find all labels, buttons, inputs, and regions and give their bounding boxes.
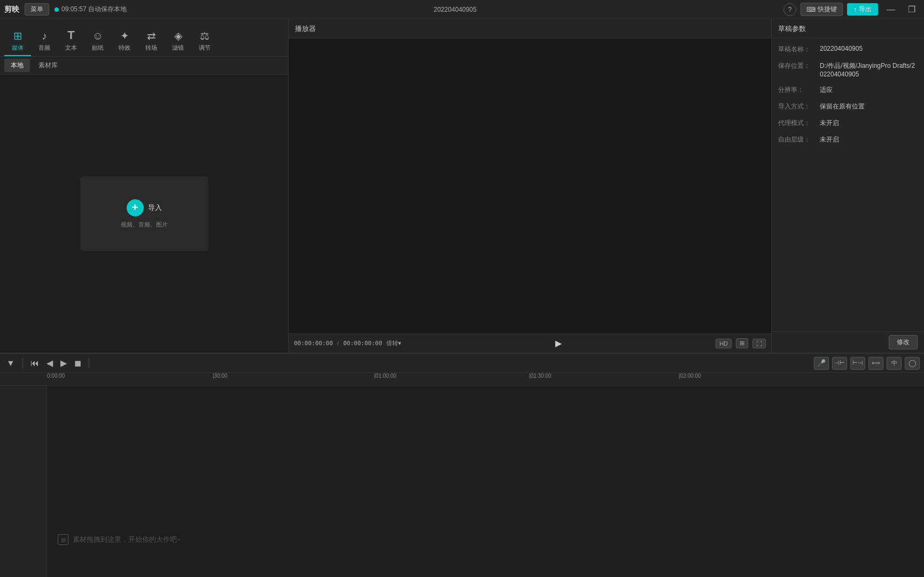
param-row-freelayer: 自由层级： 未开启 xyxy=(778,135,918,144)
export-button[interactable]: ↑ 导出 xyxy=(847,3,878,15)
timeline-content: ▤ 素材拖拽到这里，开始你的大作吧~ xyxy=(47,386,924,577)
fullscreen-button[interactable]: ⛶ xyxy=(752,339,766,348)
tab-filter[interactable]: ◈ 滤镜 xyxy=(165,26,191,56)
player-header: 播放器 xyxy=(289,19,771,38)
toolbar-tabs: ⊞ 媒体 ♪ 音频 T 文本 ☺ 贴纸 ✦ 特效 xyxy=(0,19,288,57)
drop-hint-icon: ▤ xyxy=(58,534,68,545)
play-button[interactable]: ▶ xyxy=(555,338,562,348)
tab-media[interactable]: ⊞ 媒体 xyxy=(4,26,31,56)
ruler-mark-0: 0:00:00 xyxy=(47,373,65,379)
tab-effect-label: 特效 xyxy=(119,44,130,52)
param-value-import-mode: 保留在原有位置 xyxy=(820,102,918,111)
player-viewport xyxy=(289,38,771,333)
timeline-toolbar: ▼ ⏮ ◀ ▶ ◼ 🎤 ⊣⊢ ⊢⊣ ⟺ 中 ◯ xyxy=(0,354,924,373)
autosave-dot xyxy=(55,7,59,12)
param-label-name: 草稿名称： xyxy=(778,45,816,54)
timeline-next-frame[interactable]: ▶ xyxy=(58,357,69,369)
help-button[interactable]: ? xyxy=(783,3,796,16)
tl-divider-1 xyxy=(22,358,23,368)
param-value-location: D:/作品/视频/JianyingPro Drafts/202204040905 xyxy=(820,61,918,78)
autosave-status: 09:05:57 自动保存本地 xyxy=(55,5,127,14)
track-labels xyxy=(0,386,47,577)
shortcut-button[interactable]: ⌨ 快捷键 xyxy=(801,3,843,16)
titlebar-actions: ? ⌨ 快捷键 ↑ 导出 — ❐ xyxy=(783,3,920,16)
import-label: 导入 xyxy=(148,203,162,213)
param-row-resolution: 分辨率： 适应 xyxy=(778,85,918,95)
menu-button[interactable]: 菜单 xyxy=(25,3,49,15)
tab-media-label: 媒体 xyxy=(12,44,24,52)
player-title: 播放器 xyxy=(295,24,316,34)
shortcut-label: 快捷键 xyxy=(818,5,837,14)
subnav-local[interactable]: 本地 xyxy=(4,59,30,72)
audio-icon: ♪ xyxy=(42,30,47,42)
fit-button[interactable]: ⊞ xyxy=(736,338,748,348)
draft-params-title: 草稿参数 xyxy=(778,24,806,34)
timeline-split-btn[interactable]: ⊣⊢ xyxy=(832,357,847,370)
time-total: 00:00:00:00 xyxy=(343,340,382,347)
timeline-prev-frame[interactable]: ◀ xyxy=(44,357,55,369)
time-divider: / xyxy=(337,340,339,347)
media-area: + 导入 视频、音频、图片 xyxy=(0,75,288,353)
import-plus-icon: + xyxy=(127,199,144,216)
player-controls: 00:00:00:00 / 00:00:00:00 倍转▾ ▶ HD ⊞ ⛶ xyxy=(289,333,771,353)
timeline-section: ▼ ⏮ ◀ ▶ ◼ 🎤 ⊣⊢ ⊢⊣ ⟺ 中 ◯ 0:00:00 |30:00 |… xyxy=(0,353,924,577)
minimize-button[interactable]: — xyxy=(882,4,899,15)
adjust-icon: ⚖ xyxy=(200,29,209,42)
timeline-merge-btn[interactable]: ⊢⊣ xyxy=(850,357,865,370)
timeline-mic-btn[interactable]: 🎤 xyxy=(814,357,829,370)
param-label-location: 保存位置： xyxy=(778,61,816,78)
drop-hint: ▤ 素材拖拽到这里，开始你的大作吧~ xyxy=(58,534,181,545)
tab-audio[interactable]: ♪ 音频 xyxy=(31,27,58,56)
subnav-library[interactable]: 素材库 xyxy=(32,59,64,72)
tab-sticker-label: 贴纸 xyxy=(92,44,104,52)
player-panel: 播放器 00:00:00:00 / 00:00:00:00 倍转▾ ▶ HD ⊞… xyxy=(289,19,772,353)
app-logo: 剪映 xyxy=(4,5,19,14)
tab-sticker[interactable]: ☺ 贴纸 xyxy=(84,27,111,56)
param-label-resolution: 分辨率： xyxy=(778,85,816,95)
drop-hint-box-icon: ▤ xyxy=(61,537,66,543)
param-row-name: 草稿名称： 202204040905 xyxy=(778,45,918,54)
tab-text-label: 文本 xyxy=(65,44,77,52)
timeline-stop[interactable]: ◼ xyxy=(72,357,83,369)
tab-filter-label: 滤镜 xyxy=(172,44,184,52)
timeline-goto-start[interactable]: ⏮ xyxy=(28,357,41,369)
right-panel: 草稿参数 草稿名称： 202204040905 保存位置： D:/作品/视频/J… xyxy=(772,19,924,353)
draft-params: 草稿名称： 202204040905 保存位置： D:/作品/视频/Jianyi… xyxy=(772,38,924,331)
resolution-button[interactable]: HD xyxy=(716,339,732,348)
tab-adjust[interactable]: ⚖ 调节 xyxy=(191,26,218,56)
keyboard-icon: ⌨ xyxy=(806,6,816,13)
maximize-button[interactable]: ❐ xyxy=(904,3,920,15)
right-panel-header: 草稿参数 xyxy=(772,19,924,38)
app-wrapper: 剪映 菜单 09:05:57 自动保存本地 202204040905 ? ⌨ 快… xyxy=(0,0,924,577)
modify-button[interactable]: 修改 xyxy=(889,335,918,349)
tab-text[interactable]: T 文本 xyxy=(58,25,84,56)
timeline-ruler: 0:00:00 |30:00 |01:00:00 |01:30:00 |02:0… xyxy=(0,373,924,386)
media-icon: ⊞ xyxy=(13,29,22,42)
timeline-collapse-btn[interactable]: ▼ xyxy=(4,357,17,369)
text-icon: T xyxy=(67,28,74,42)
tab-effect[interactable]: ✦ 特效 xyxy=(111,26,138,56)
tab-audio-label: 音频 xyxy=(38,44,50,52)
param-label-import-mode: 导入方式： xyxy=(778,102,816,111)
param-row-location: 保存位置： D:/作品/视频/JianyingPro Drafts/202204… xyxy=(778,61,918,78)
time-current: 00:00:00:00 xyxy=(294,340,333,347)
effect-icon: ✦ xyxy=(120,29,129,42)
timeline-circle-btn[interactable]: ◯ xyxy=(905,357,920,370)
right-panel-footer: 修改 xyxy=(772,331,924,353)
tab-transition[interactable]: ⇄ 转场 xyxy=(138,26,165,56)
import-box[interactable]: + 导入 视频、音频、图片 xyxy=(80,176,208,251)
timeline-text-clip-btn[interactable]: 中 xyxy=(887,357,902,370)
timeline-tracks: ▤ 素材拖拽到这里，开始你的大作吧~ xyxy=(0,386,924,577)
timeline-detach-btn[interactable]: ⟺ xyxy=(868,357,883,370)
left-panel: ⊞ 媒体 ♪ 音频 T 文本 ☺ 贴纸 ✦ 特效 xyxy=(0,19,289,353)
param-value-freelayer: 未开启 xyxy=(820,135,918,144)
ruler-mark-1h: |01:00:00 xyxy=(374,373,397,379)
autosave-text: 09:05:57 自动保存本地 xyxy=(61,5,127,14)
playback-rate[interactable]: 倍转▾ xyxy=(386,339,401,347)
ruler-mark-30: |30:00 xyxy=(213,373,228,379)
param-value-proxy: 未开启 xyxy=(820,119,918,128)
param-row-proxy: 代理模式： 未开启 xyxy=(778,119,918,128)
filter-icon: ◈ xyxy=(174,29,182,42)
param-value-resolution: 适应 xyxy=(820,85,918,95)
ruler-mark-1h30: |01:30:00 xyxy=(529,373,552,379)
